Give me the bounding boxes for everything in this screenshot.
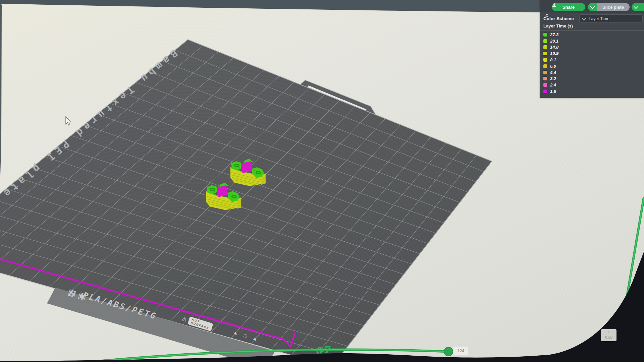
print-button-cut[interactable] — [640, 3, 644, 11]
share-icon — [552, 3, 556, 7]
legend-value: 10.9 — [550, 51, 558, 56]
corner-green-label: 07 — [315, 343, 333, 358]
legend-swatch — [543, 77, 547, 80]
legend-title: Layer Time (s) — [543, 23, 573, 28]
layer-number-value: 1 — [608, 331, 610, 335]
vertical-slider[interactable] — [617, 198, 644, 336]
legend-value: 1.8 — [550, 89, 556, 94]
legend-swatch — [543, 39, 547, 43]
legend-row: 14.8 — [543, 44, 558, 51]
legend-row: 20.1 — [543, 38, 558, 44]
legend-row: 10.9 — [543, 50, 558, 57]
legend-swatch — [543, 33, 547, 37]
slice-plate-label: Slice plate — [602, 5, 624, 10]
legend-row: 1.8 — [543, 88, 558, 95]
legend-value: 2.4 — [550, 82, 556, 87]
layer-height-value: 0.20 — [605, 335, 612, 340]
print-dropdown-button[interactable] — [632, 3, 641, 11]
legend-row: 27.3 — [543, 32, 558, 38]
panel-divider — [540, 30, 644, 31]
legend-swatch — [543, 64, 547, 68]
legend-row: 3.2 — [543, 76, 558, 82]
legend-value: 4.4 — [550, 70, 556, 75]
legend-swatch — [543, 71, 547, 74]
legend-row: 8.1 — [543, 57, 558, 63]
legend-value: 27.3 — [550, 32, 558, 37]
legend-row: 4.4 — [543, 69, 558, 76]
build-plate — [0, 40, 492, 362]
share-button-label: Share — [562, 5, 575, 10]
legend-value: 8.1 — [550, 57, 556, 62]
legend-value: 20.1 — [550, 39, 558, 44]
chevron-down-icon — [590, 4, 595, 9]
color-scheme-select[interactable]: Layer Time — [579, 14, 643, 23]
legend-swatch — [543, 83, 547, 87]
color-scheme-value: Layer Time — [589, 16, 609, 21]
chevron-down-icon — [634, 4, 638, 9]
vertical-slider-badge: 1 0.20 — [601, 329, 616, 341]
legend-value: 6.0 — [550, 64, 556, 69]
legend-row: 2.4 — [543, 82, 558, 88]
legend-swatch — [543, 52, 547, 55]
layer-time-legend: 27.320.114.810.98.16.04.43.22.41.8 — [543, 32, 558, 95]
slice-dropdown-button[interactable] — [588, 3, 597, 11]
legend-swatch — [543, 89, 547, 93]
mouse-cursor — [64, 116, 72, 126]
vertical-slider-handle[interactable] — [617, 327, 626, 336]
legend-value: 14.8 — [550, 45, 558, 50]
slice-plate-button[interactable]: Slice plate — [597, 3, 630, 11]
horizontal-slider-badge: 124 — [453, 347, 468, 355]
horizontal-slider-handle[interactable] — [444, 347, 453, 356]
legend-row: 6.0 — [543, 63, 558, 69]
top-button-row: Share Slice plate — [540, 0, 644, 13]
legend-swatch — [543, 58, 547, 62]
chevron-down-icon — [582, 16, 586, 20]
collapse-panel-icon[interactable] — [545, 13, 549, 18]
legend-swatch — [543, 45, 547, 49]
legend-value: 3.2 — [550, 76, 556, 81]
share-button[interactable]: Share — [552, 3, 585, 11]
screenshot-stage: Bambu Textured PEI plate ▦▣ PLA/ABS/PETG… — [0, 0, 644, 362]
